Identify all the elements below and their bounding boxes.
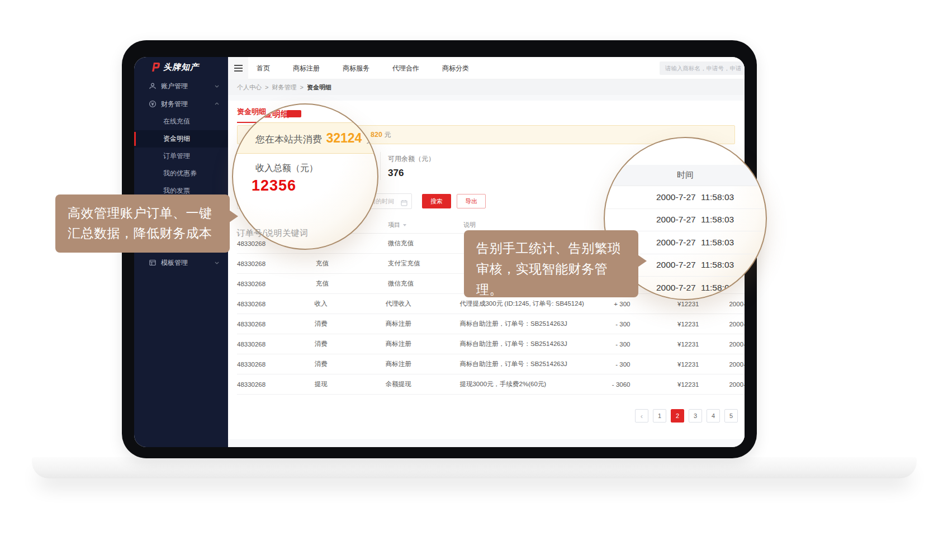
header-project[interactable]: 项目 <box>388 221 463 229</box>
cell-amount: - 300 <box>586 341 631 348</box>
marketing-mockup: 头牌知产 账户管理 财务管理 <box>0 0 948 560</box>
sidebar-item-label: 我的优惠券 <box>163 169 197 178</box>
cell-type: 消费 <box>315 340 386 348</box>
global-search <box>660 61 745 75</box>
stat-label: 可用余额（元） <box>388 154 435 164</box>
cell-balance: ¥12231 <box>630 341 699 348</box>
callout-left: 高效管理账户订单、一键汇总数据，降低财务成本 <box>55 194 230 253</box>
finance-icon <box>149 100 157 108</box>
nav-item-agency[interactable]: 代理合作 <box>387 64 424 73</box>
magnified-income-value: 12356 <box>252 177 296 194</box>
magnified-keyword-placeholder: 订单号/说明关键词 <box>236 228 309 239</box>
magnified-tab-chip <box>287 110 301 117</box>
cell-project: 商标注册 <box>386 340 460 348</box>
cell-desc: 商标自助注册，订单号：SB2514263J <box>459 340 586 348</box>
topbar: 首页 商标注册 商标服务 代理合作 商标分类 <box>228 57 745 79</box>
table-row[interactable]: 48330268 提现 余额提现 提现3000元，手续费2%(60元) - 30… <box>237 374 745 395</box>
cell-desc: 商标自助注册，订单号：SB2514263J <box>459 360 586 368</box>
stat-divider <box>380 152 381 180</box>
pagination: ‹ 1 2 3 4 5 <box>635 409 738 423</box>
header-desc: 说明 <box>463 221 592 229</box>
cell-amount: - 300 <box>586 321 631 328</box>
nav-item-trademark-register[interactable]: 商标注册 <box>288 64 325 73</box>
cell-time: 2000-7-27 11:58:03 <box>699 361 745 368</box>
cell-project: 余额提现 <box>386 380 460 388</box>
magnified-time-cell: 2000-7-27 11:58:03 <box>605 186 766 209</box>
hamburger-menu-icon[interactable] <box>228 57 248 79</box>
table-row[interactable]: 48330268 消费 商标注册 商标自助注册，订单号：SB2514263J -… <box>237 334 745 354</box>
sidebar-item-coupons[interactable]: 我的优惠券 <box>134 165 228 182</box>
cell-amount: + 300 <box>586 301 631 307</box>
laptop-base <box>32 457 917 478</box>
cell-type: 消费 <box>315 320 386 328</box>
brand-logo: 头牌知产 <box>134 57 228 77</box>
sidebar-item-label: 资金明细 <box>163 134 190 144</box>
nav-item-home[interactable]: 首页 <box>252 64 275 73</box>
cell-project: 商标注册 <box>386 360 460 368</box>
cell-order: 48330268 <box>237 321 315 328</box>
cell-project: 微信充值 <box>388 279 463 288</box>
pagination-page-5[interactable]: 5 <box>724 409 738 423</box>
cell-time: 2000-7-27 11:58:03 <box>699 301 745 307</box>
cell-balance: ¥12231 <box>630 381 699 388</box>
stat-value: 376 <box>388 168 435 179</box>
nav-item-trademark-category[interactable]: 商标分类 <box>437 64 474 73</box>
banner-prefix: 您在本站共消费 <box>255 134 322 145</box>
sidebar-item-templates[interactable]: 模板管理 <box>134 254 228 272</box>
sidebar-item-fund-detail[interactable]: 资金明细 <box>134 130 228 148</box>
cell-order: 48330268 <box>237 301 315 307</box>
cell-time: 2000-7-27 11:58:03 <box>699 321 745 328</box>
breadcrumb: 个人中心 > 财务管理 > 资金明细 <box>228 79 745 95</box>
breadcrumb-item[interactable]: 财务管理 <box>272 83 296 92</box>
template-icon <box>149 259 157 267</box>
cell-type: 充值 <box>316 279 388 288</box>
pagination-page-3[interactable]: 3 <box>689 409 702 423</box>
breadcrumb-item[interactable]: 个人中心 <box>237 83 262 92</box>
pagination-prev-button[interactable]: ‹ <box>635 409 648 423</box>
global-search-input[interactable] <box>660 61 745 75</box>
user-icon <box>149 82 157 90</box>
sidebar-item-orders[interactable]: 订单管理 <box>134 148 228 165</box>
chevron-up-icon <box>215 102 219 106</box>
cell-order: 48330268 <box>237 281 316 287</box>
magnified-time-header: 时间 <box>605 165 766 186</box>
cell-order: 48330268 <box>237 381 315 388</box>
cell-type: 收入 <box>315 300 386 308</box>
cell-balance: ¥12231 <box>630 321 699 328</box>
sidebar-item-label: 订单管理 <box>163 151 190 161</box>
export-button[interactable]: 导出 <box>457 194 486 208</box>
cell-project: 代理收入 <box>386 300 460 308</box>
pagination-page-4[interactable]: 4 <box>707 409 720 423</box>
cell-order: 48330268 <box>237 361 315 368</box>
sidebar-item-online-recharge[interactable]: 在线充值 <box>134 113 228 130</box>
cell-balance: ¥12231 <box>630 361 699 368</box>
nav-item-trademark-service[interactable]: 商标服务 <box>338 64 375 73</box>
brand-logo-icon <box>150 61 161 73</box>
cell-amount: - 300 <box>586 361 631 368</box>
callout-right: 告别手工统计、告别繁琐审核，实现智能财务管理。 <box>464 230 638 297</box>
consumption-banner-tail: 820 元 <box>371 126 391 144</box>
cell-project: 商标注册 <box>386 320 460 328</box>
top-nav: 首页 商标注册 商标服务 代理合作 商标分类 <box>252 57 474 79</box>
breadcrumb-separator: > <box>300 84 303 91</box>
magnified-time-cell: 2000-7-27 11:58:03 <box>605 209 766 232</box>
pagination-page-1[interactable]: 1 <box>653 409 666 423</box>
search-button[interactable]: 搜索 <box>422 194 451 208</box>
cell-order: 48330268 <box>237 260 316 267</box>
cell-type: 提现 <box>315 380 386 388</box>
sidebar-item-finance[interactable]: 财务管理 <box>134 95 228 113</box>
calendar-icon <box>401 198 407 208</box>
sidebar-item-label: 账户管理 <box>161 82 188 91</box>
stat-available-balance: 可用余额（元） 376 <box>388 154 435 179</box>
cell-order: 48330268 <box>237 341 315 348</box>
cell-balance: ¥12231 <box>630 301 699 307</box>
pagination-page-2-active[interactable]: 2 <box>671 409 684 423</box>
table-row[interactable]: 48330268 消费 商标注册 商标自助注册，订单号：SB2514263J -… <box>237 354 745 374</box>
magnified-income-label: 收入总额（元） <box>255 163 318 174</box>
breadcrumb-separator: > <box>265 84 268 91</box>
sidebar-item-account[interactable]: 账户管理 <box>134 77 228 95</box>
table-row[interactable]: 48330268 消费 商标注册 商标自助注册，订单号：SB2514263J -… <box>237 314 745 334</box>
sidebar-item-label: 模板管理 <box>161 258 188 268</box>
cell-time: 2000-7-27 11:58:03 <box>699 341 745 348</box>
sidebar-item-label: 在线充值 <box>163 117 190 126</box>
